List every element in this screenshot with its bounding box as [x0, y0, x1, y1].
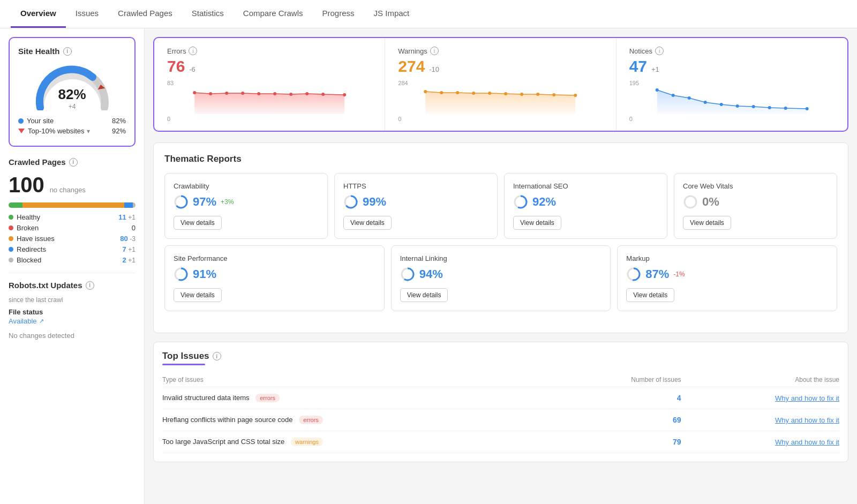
internal-linking-circle	[400, 267, 415, 282]
crawlability-circle	[174, 194, 189, 209]
notices-metric: Notices i 47 +1 195	[617, 38, 847, 131]
svg-point-29	[735, 104, 739, 108]
status-broken: Broken 0	[9, 224, 136, 232]
chevron-down-icon[interactable]: ▾	[87, 127, 90, 135]
reports-row-2: Site Performance 91% View details Intern…	[164, 245, 837, 311]
broken-dot	[9, 225, 13, 230]
cwv-view-btn[interactable]: View details	[683, 216, 731, 230]
svg-point-26	[687, 96, 690, 100]
col-count: Number of issues	[558, 373, 681, 387]
file-status-link[interactable]: Available ↗	[9, 317, 136, 325]
nav-item-js-impact[interactable]: JS Impact	[364, 0, 419, 28]
status-have-issues: Have issues 80 -3	[9, 235, 136, 243]
gauge-container: 82% +4	[18, 62, 126, 110]
nav-item-compare-crawls[interactable]: Compare Crawls	[234, 0, 313, 28]
svg-point-4	[225, 92, 228, 95]
cwv-circle	[683, 194, 698, 209]
top-issues-header: Top Issues i	[162, 351, 839, 362]
col-type: Type of issues	[162, 373, 558, 387]
https-circle	[343, 194, 358, 209]
svg-point-30	[751, 105, 755, 108]
robots-info-icon[interactable]: i	[86, 281, 94, 290]
warnings-metric: Warnings i 274 -10 284	[385, 38, 616, 131]
blocked-segment	[133, 202, 136, 208]
nav-item-progress[interactable]: Progress	[313, 0, 364, 28]
table-row: Invalid structured data items errors 4 W…	[162, 387, 839, 409]
errors-value: 76	[167, 57, 185, 75]
intl-seo-view-btn[interactable]: View details	[513, 216, 561, 230]
sidebar: Site Health i 82%	[0, 28, 145, 504]
internal-linking-view-btn[interactable]: View details	[400, 288, 448, 302]
site-perf-pct: 91%	[174, 267, 375, 282]
notices-value-row: 47 +1	[629, 57, 835, 76]
issue-type-cell: Too large JavaScript and CSS total size …	[162, 431, 558, 453]
svg-point-8	[289, 93, 292, 96]
notices-delta: +1	[651, 65, 659, 73]
nav-item-overview[interactable]: Overview	[11, 0, 66, 28]
issue-fix-cell: Why and how to fix it	[681, 431, 839, 453]
svg-point-16	[472, 92, 475, 95]
main-nav: Overview Issues Crawled Pages Statistics…	[0, 0, 857, 28]
nav-item-statistics[interactable]: Statistics	[182, 0, 234, 28]
svg-point-40	[685, 196, 696, 208]
nav-item-issues[interactable]: Issues	[66, 0, 108, 28]
https-view-btn[interactable]: View details	[343, 216, 392, 230]
svg-point-10	[321, 93, 325, 96]
fix-link[interactable]: Why and how to fix it	[775, 416, 839, 424]
top-issues-info-icon[interactable]: i	[213, 352, 221, 360]
table-row: Too large JavaScript and CSS total size …	[162, 431, 839, 453]
site-perf-view-btn[interactable]: View details	[174, 288, 222, 302]
markup-view-btn[interactable]: View details	[626, 288, 674, 302]
svg-point-13	[424, 90, 427, 93]
warnings-info-icon[interactable]: i	[430, 47, 439, 55]
issue-badge: errors	[255, 394, 280, 402]
gauge-wrap: 82% +4	[29, 62, 115, 110]
nav-item-crawled-pages[interactable]: Crawled Pages	[108, 0, 182, 28]
svg-point-7	[273, 92, 276, 95]
crawled-pages-info-icon[interactable]: i	[69, 158, 78, 167]
crawled-sub: no changes	[50, 186, 86, 194]
svg-point-28	[719, 103, 723, 106]
markup-pct: 87% -1%	[626, 267, 828, 282]
status-blocked: Blocked 2 +1	[9, 256, 136, 264]
errors-chart: 83	[167, 80, 372, 122]
svg-point-31	[768, 106, 771, 109]
gauge-delta: +4	[58, 103, 86, 110]
issues-segment	[22, 202, 124, 208]
issue-badge: warnings	[291, 438, 323, 446]
site-health-card: Site Health i 82%	[9, 37, 136, 147]
errors-info-icon[interactable]: i	[189, 47, 197, 55]
your-site-dot	[18, 118, 24, 124]
svg-point-17	[488, 92, 491, 95]
warnings-delta: -10	[429, 65, 439, 73]
cwv-pct: 0%	[683, 194, 828, 209]
crawled-pages-title: Crawled Pages i	[9, 157, 136, 167]
fix-link[interactable]: Why and how to fix it	[775, 394, 839, 402]
svg-point-2	[193, 91, 196, 94]
notices-info-icon[interactable]: i	[655, 47, 664, 55]
crawled-count: 100	[9, 173, 44, 197]
errors-value-row: 76 -6	[167, 57, 372, 76]
site-health-info-icon[interactable]: i	[63, 47, 72, 56]
status-redirects: Redirects 7 +1	[9, 245, 136, 253]
issue-type-cell: Invalid structured data items errors	[162, 387, 558, 409]
your-site-legend: Your site 82%	[18, 117, 126, 125]
issue-count-cell: 79	[558, 431, 681, 453]
metrics-row: Errors i 76 -6 83	[153, 37, 848, 132]
issues-dot	[9, 236, 13, 241]
svg-marker-1	[194, 93, 344, 114]
report-markup: Markup 87% -1% View details	[617, 245, 837, 311]
no-changes-text: No changes detected	[9, 332, 136, 340]
https-pct: 99%	[343, 194, 488, 209]
gauge-percentage: 82%	[58, 86, 86, 103]
internal-linking-pct: 94%	[400, 267, 602, 282]
crawlability-view-btn[interactable]: View details	[174, 216, 222, 230]
file-status-label: File status	[9, 308, 136, 316]
fix-link[interactable]: Why and how to fix it	[775, 438, 839, 446]
issue-fix-cell: Why and how to fix it	[681, 409, 839, 431]
svg-point-24	[655, 88, 658, 92]
site-health-title: Site Health i	[18, 47, 126, 56]
thematic-reports: Thematic Reports Crawlability 97% +3% Vi…	[153, 142, 848, 333]
notices-chart: 195	[629, 80, 835, 122]
warnings-value-row: 274 -10	[398, 57, 603, 76]
